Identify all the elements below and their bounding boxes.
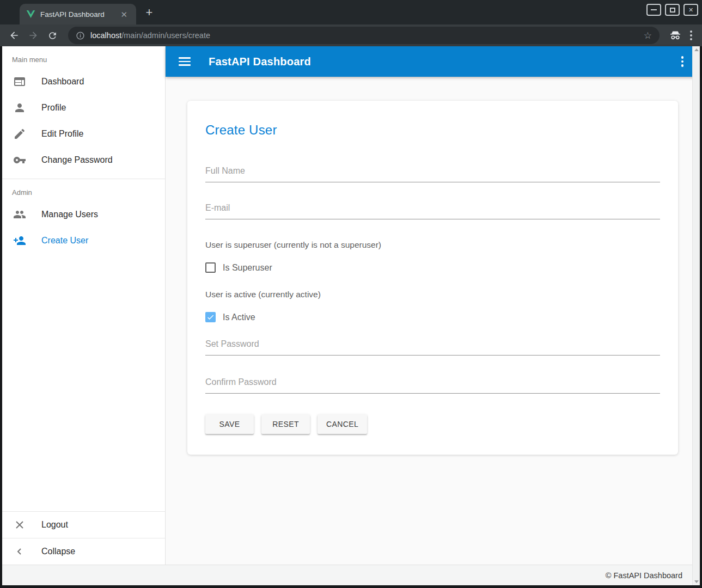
superuser-hint: User is superuser (currently is not a su… (205, 240, 660, 250)
page-scrollbar[interactable] (692, 46, 700, 585)
window-close-button[interactable]: ✕ (683, 4, 698, 16)
browser-menu-icon[interactable] (687, 30, 695, 40)
create-user-card: Create User User is superuser (currently… (187, 101, 678, 455)
email-field-wrap (205, 203, 660, 219)
forward-button[interactable] (26, 28, 41, 43)
page-title: Create User (205, 122, 660, 138)
tab-close-icon[interactable]: ✕ (118, 9, 130, 20)
reload-icon (47, 30, 58, 41)
person-icon (13, 101, 26, 114)
person-add-icon (13, 234, 26, 247)
window-minimize-button[interactable] (646, 4, 661, 16)
sidebar-item-change-password[interactable]: Change Password (2, 147, 165, 173)
browser-tab-bar: FastAPI Dashboard ✕ + ✕ (0, 0, 702, 24)
footer: © FastAPI Dashboard (2, 565, 700, 585)
set-password-input[interactable] (205, 339, 660, 356)
forward-arrow-icon (28, 30, 39, 41)
bookmark-star-icon[interactable]: ☆ (644, 31, 652, 40)
pencil-icon (13, 127, 26, 140)
sidebar-item-collapse[interactable]: Collapse (2, 538, 165, 565)
is-superuser-checkbox-row[interactable]: Is Superuser (205, 262, 660, 273)
url-bar[interactable]: localhost/main/admin/users/create ☆ (68, 27, 660, 44)
checkmark-icon (206, 313, 215, 321)
main-area: FastAPI Dashboard Create User User is su… (166, 46, 700, 565)
is-active-checkbox-row[interactable]: Is Active (205, 312, 660, 322)
sidebar-item-edit-profile[interactable]: Edit Profile (2, 121, 165, 147)
chevron-left-icon (13, 545, 26, 558)
appbar-title: FastAPI Dashboard (209, 56, 311, 68)
sidebar-item-dashboard[interactable]: Dashboard (2, 69, 165, 95)
window-controls: ✕ (646, 4, 698, 16)
vue-logo-icon (26, 10, 35, 19)
url-text: localhost/main/admin/users/create (90, 31, 210, 40)
people-icon (13, 208, 26, 221)
hamburger-menu-icon[interactable] (179, 57, 191, 66)
confirm-password-input[interactable] (205, 377, 660, 394)
close-x-icon (13, 518, 26, 531)
save-button[interactable]: SAVE (205, 414, 254, 434)
url-path: /main/admin/users/create (121, 31, 210, 40)
sidebar-item-manage-users[interactable]: Manage Users (2, 201, 165, 228)
is-superuser-checkbox[interactable] (205, 262, 216, 273)
appbar-menu-icon[interactable] (678, 53, 687, 70)
active-hint: User is active (currently active) (205, 290, 660, 299)
is-superuser-label: Is Superuser (223, 263, 272, 273)
sidebar-item-create-user[interactable]: Create User (2, 228, 165, 254)
page-content: Create User User is superuser (currently… (166, 77, 700, 565)
is-active-label: Is Active (223, 313, 255, 322)
reload-button[interactable] (45, 28, 60, 43)
tab-title: FastAPI Dashboard (40, 10, 118, 19)
sidebar-item-logout[interactable]: Logout (2, 512, 165, 538)
back-button[interactable] (7, 28, 22, 43)
site-info-icon[interactable] (76, 31, 85, 40)
app-viewport: Main menu Dashboard Profile Edit Profile (2, 46, 700, 585)
dashboard-icon (13, 75, 26, 88)
full-name-field-wrap (205, 166, 660, 182)
confirm-password-field-wrap (205, 377, 660, 394)
full-name-input[interactable] (205, 166, 660, 182)
is-active-checkbox[interactable] (205, 312, 216, 322)
url-host: localhost (90, 31, 121, 40)
sidebar-item-profile[interactable]: Profile (2, 95, 165, 121)
reset-button[interactable]: RESET (261, 414, 310, 434)
set-password-field-wrap (205, 339, 660, 356)
form-buttons: SAVE RESET CANCEL (205, 414, 660, 434)
new-tab-button[interactable]: + (142, 5, 157, 20)
incognito-icon (669, 29, 682, 42)
sidebar: Main menu Dashboard Profile Edit Profile (2, 46, 166, 565)
sidebar-main-menu-header: Main menu (2, 46, 165, 69)
email-input[interactable] (205, 203, 660, 219)
window-maximize-button[interactable] (665, 4, 680, 16)
sidebar-admin-header: Admin (2, 179, 165, 201)
footer-copyright: © FastAPI Dashboard (606, 571, 682, 580)
cancel-button[interactable]: CANCEL (318, 414, 367, 434)
scrollbar-down-arrow-icon[interactable] (694, 580, 699, 583)
browser-tab[interactable]: FastAPI Dashboard ✕ (20, 4, 136, 24)
back-arrow-icon (9, 30, 20, 41)
app-bar: FastAPI Dashboard (166, 46, 700, 77)
key-icon (13, 154, 26, 167)
scrollbar-up-arrow-icon[interactable] (694, 48, 699, 51)
browser-toolbar: localhost/main/admin/users/create ☆ (0, 24, 702, 46)
